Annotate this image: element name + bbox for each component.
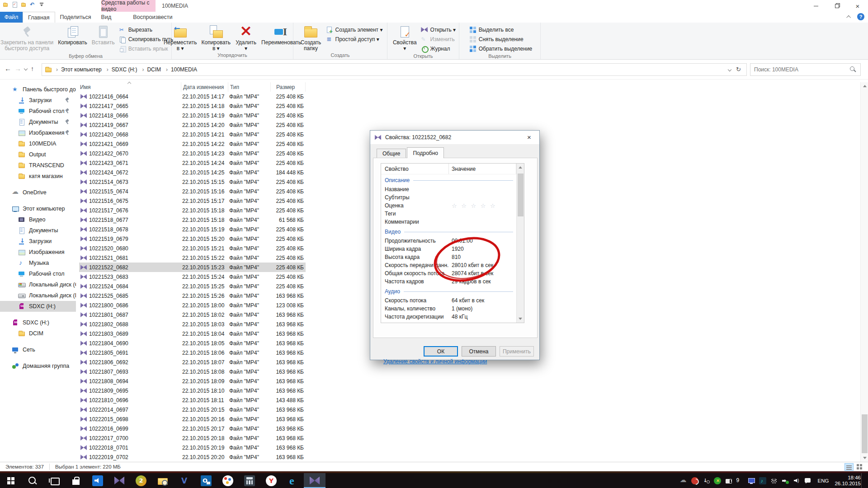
ribbon-button[interactable]: Обратить выделение (469, 44, 533, 53)
collapse-ribbon-icon[interactable] (846, 15, 851, 19)
sidebar-item[interactable]: SDXC (H:) (0, 317, 76, 328)
sidebar-item[interactable]: Документы (0, 225, 76, 236)
file-row[interactable]: 10221520_0680 22.10.2015 15:21 Файл "MP4… (79, 244, 306, 253)
taskbar-calculator[interactable] (239, 473, 260, 488)
column-header-date[interactable]: Дата изменения (181, 82, 228, 92)
taskbar-paint[interactable] (217, 473, 239, 488)
taskbar-start-button[interactable] (0, 473, 22, 488)
file-row[interactable]: 10222016_0699 22.10.2015 20:17 Файл "MP4… (79, 424, 306, 433)
sidebar-item[interactable]: Изображения (0, 247, 76, 258)
column-header-name[interactable]: Имя (79, 82, 181, 92)
column-header-size[interactable]: Размер (271, 82, 306, 92)
file-row[interactable]: 10221418_0666 22.10.2015 14:19 Файл "MP4… (79, 111, 306, 120)
file-row[interactable]: 10221417_0665 22.10.2015 14:18 Файл "MP4… (79, 101, 306, 111)
ribbon-button[interactable]: Копировать (56, 23, 90, 53)
ribbon-button[interactable]: Журнал (421, 44, 456, 53)
file-row[interactable]: 10221517_0676 22.10.2015 15:18 Файл "MP4… (79, 206, 306, 215)
ribbon-button[interactable]: Переместитьв ▾ (161, 23, 199, 52)
search-input[interactable] (754, 66, 849, 73)
address-dropdown-icon[interactable] (728, 68, 731, 71)
taskbar-media-player[interactable] (87, 473, 108, 488)
file-row[interactable]: 10221423_0671 22.10.2015 14:24 Файл "MP4… (79, 158, 306, 168)
ribbon-button[interactable]: Изменить (421, 34, 456, 44)
file-row[interactable]: 10221420_0668 22.10.2015 14:21 Файл "MP4… (79, 130, 306, 139)
file-row[interactable]: 10221416_0664 22.10.2015 14:17 Файл "MP4… (79, 92, 306, 101)
dialog-tab-general[interactable]: Общие (377, 149, 406, 158)
qat-icon[interactable] (39, 2, 44, 7)
ribbon-button[interactable]: Выделить все (469, 25, 533, 34)
recent-locations-icon[interactable] (24, 67, 28, 70)
file-row[interactable]: 10221807_0693 22.10.2015 18:08 Файл "MP4… (79, 367, 306, 376)
sidebar-item[interactable]: Рабочий стол (0, 268, 76, 279)
column-header-type[interactable]: Тип (228, 82, 271, 92)
forward-button[interactable] (14, 65, 22, 72)
sidebar-item[interactable]: Output (0, 149, 76, 160)
ribbon-button[interactable]: Удалить▾ (233, 23, 259, 52)
qat-icon[interactable] (30, 2, 35, 7)
file-row[interactable]: 10221803_0689 22.10.2015 18:04 Файл "MP4… (79, 329, 306, 338)
cancel-button[interactable]: Отмена (462, 346, 496, 357)
file-row[interactable]: 10221518_0677 22.10.2015 15:18 Файл "MP4… (79, 215, 306, 225)
file-row[interactable]: 10222014_0697 22.10.2015 20:15 Файл "MP4… (79, 405, 306, 414)
taskbar-video-player-active[interactable] (304, 473, 326, 488)
breadcrumb-item[interactable]: Этот компьютер (52, 66, 103, 73)
taskbar-store[interactable] (65, 473, 87, 488)
file-row[interactable]: 10221515_0674 22.10.2015 15:16 Файл "MP4… (79, 187, 306, 196)
taskbar-file-search[interactable] (152, 473, 174, 488)
ribbon-button[interactable]: Простой доступ ▾ (326, 34, 383, 44)
file-row[interactable]: 10221809_0695 22.10.2015 18:10 Файл "MP4… (79, 386, 306, 395)
file-row[interactable]: 10221519_0679 22.10.2015 15:20 Файл "MP4… (79, 234, 306, 244)
scrollbar-thumb[interactable] (862, 414, 868, 453)
sidebar-item[interactable]: OneDrive (0, 187, 76, 198)
file-row[interactable]: 10221801_0687 22.10.2015 18:02 Файл "MP4… (79, 310, 306, 319)
file-row[interactable]: 10221422_0670 22.10.2015 14:23 Файл "MP4… (79, 149, 306, 158)
taskbar-v-app[interactable] (174, 473, 195, 488)
sidebar-item[interactable]: Локальный диск (D:) (0, 290, 76, 301)
ribbon-button[interactable]: Открыть ▾ (421, 25, 456, 34)
taskbar-video-player[interactable] (108, 473, 130, 488)
sidebar-item[interactable]: Рабочий стол (0, 106, 76, 117)
sidebar-item[interactable]: Локальный диск (C:) (0, 279, 76, 290)
tray-antivirus[interactable] (713, 477, 722, 484)
dialog-scroll-down-icon[interactable] (517, 315, 524, 323)
ribbon-button[interactable]: Создатьпапку (298, 23, 324, 52)
file-row[interactable]: 10221524_0684 22.10.2015 15:25 Файл "MP4… (79, 282, 306, 291)
up-button[interactable] (30, 65, 37, 72)
scroll-up-icon[interactable] (861, 82, 868, 90)
file-row[interactable]: 10221523_0683 22.10.2015 15:24 Файл "MP4… (79, 272, 306, 282)
file-row[interactable]: 10222015_0698 22.10.2015 20:16 Файл "MP4… (79, 414, 306, 424)
taskbar-search-button[interactable] (22, 473, 43, 488)
file-row[interactable]: 10221518_0678 22.10.2015 15:19 Файл "MP4… (79, 225, 306, 234)
tray-downloader[interactable] (702, 477, 710, 484)
close-button[interactable]: × (847, 0, 868, 12)
qat-icon[interactable] (12, 2, 17, 7)
show-desktop-button[interactable] (861, 473, 863, 488)
file-row[interactable]: 10221525_0685 22.10.2015 15:26 Файл "MP4… (79, 291, 306, 300)
sidebar-item[interactable]: Загрузки (0, 95, 76, 106)
file-row[interactable]: 10221522_0682 22.10.2015 15:23 Файл "MP4… (79, 263, 306, 272)
sidebar-item[interactable]: Изображения (0, 127, 76, 138)
file-row[interactable]: 10221806_0692 22.10.2015 18:07 Файл "MP4… (79, 357, 306, 367)
ribbon-tab[interactable]: Воспроизвести (128, 12, 177, 23)
taskbar-task-view-button[interactable] (43, 473, 65, 488)
tray-onedrive[interactable] (679, 477, 688, 484)
file-row[interactable]: 10222019_0702 22.10.2015 20:20 Файл "MP4… (79, 452, 306, 462)
file-row[interactable]: 10222017_0700 22.10.2015 20:18 Файл "MP4… (79, 433, 306, 443)
ribbon-tab[interactable]: Вид (96, 12, 117, 23)
file-row[interactable]: 10221808_0694 22.10.2015 18:09 Файл "MP4… (79, 376, 306, 386)
dialog-scrollbar-thumb[interactable] (518, 174, 524, 216)
breadcrumb-item[interactable]: SDXC (H:) (103, 66, 138, 73)
tray-ccleaner[interactable] (691, 477, 699, 484)
dialog-close-button[interactable]: × (519, 131, 539, 144)
remove-properties-link[interactable]: Удаление свойств и личной информации (383, 358, 487, 365)
ribbon-button[interactable]: Снять выделение (469, 34, 533, 44)
language-indicator[interactable]: ENG (815, 478, 832, 483)
tray-notifications[interactable] (804, 477, 812, 484)
address-bar[interactable]: Этот компьютерSDXC (H:)DCIM100MEDIA (42, 63, 747, 76)
value-column-header[interactable]: Значение (449, 164, 516, 174)
file-row[interactable]: 10221421_0669 22.10.2015 14:22 Файл "MP4… (79, 139, 306, 149)
file-row[interactable]: 10221804_0690 22.10.2015 18:05 Файл "MP4… (79, 338, 306, 348)
sidebar-item[interactable]: Видео (0, 214, 76, 225)
refresh-icon[interactable] (736, 66, 743, 73)
sidebar-item[interactable]: Документы (0, 117, 76, 127)
